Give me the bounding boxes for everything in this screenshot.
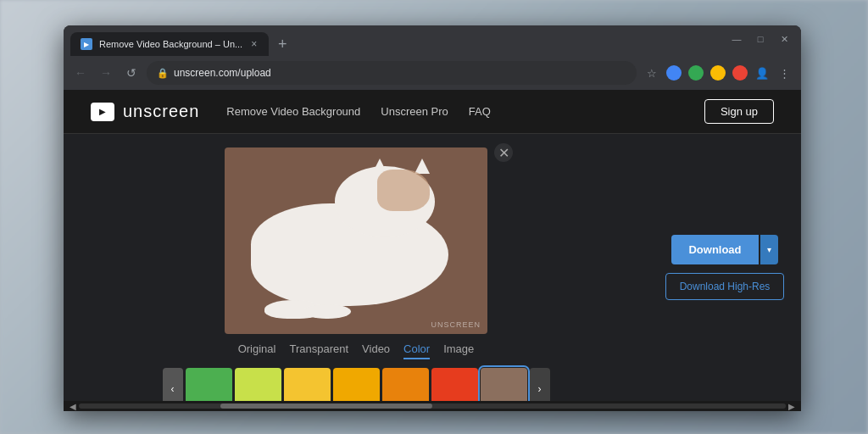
tab-favicon: ▶: [81, 38, 92, 50]
main-area: UNSCREEN ✕ Original Transparent Video Co…: [64, 134, 801, 401]
swatch-next-button[interactable]: ›: [530, 368, 550, 401]
scroll-right-button[interactable]: ▶: [786, 402, 798, 411]
browser-window: ▶ Remove Video Background – Un... × + — …: [64, 25, 801, 411]
profile-button[interactable]: 👤: [752, 63, 772, 83]
close-window-button[interactable]: ✕: [774, 32, 794, 46]
tab-close-button[interactable]: ×: [249, 37, 259, 51]
menu-button[interactable]: ⋮: [774, 63, 794, 83]
signup-button[interactable]: Sign up: [704, 99, 774, 124]
tab-bar: ▶ Remove Video Background – Un... × + — …: [64, 25, 801, 56]
back-button[interactable]: ←: [70, 63, 91, 83]
browser-chrome: ▶ Remove Video Background – Un... × + — …: [64, 25, 801, 90]
extension-icon-yellow[interactable]: [708, 63, 728, 83]
nav-link-remove-video-bg[interactable]: Remove Video Background: [226, 105, 360, 118]
maximize-button[interactable]: □: [750, 32, 771, 46]
logo[interactable]: unscreen: [91, 102, 199, 121]
download-hires-button[interactable]: Download High-Res: [665, 273, 785, 300]
window-controls: — □ ✕: [726, 32, 794, 46]
extension-icon-red[interactable]: [730, 63, 750, 83]
address-bar: ← → ↺ 🔒 unscreen.com/upload ☆: [64, 56, 801, 90]
tab-original[interactable]: Original: [238, 342, 276, 359]
download-button[interactable]: Download: [671, 235, 758, 264]
tab-image[interactable]: Image: [443, 342, 474, 359]
swatch-orange[interactable]: Orange: [431, 368, 478, 401]
forward-button: →: [96, 63, 116, 83]
view-tabs: Original Transparent Video Color Image: [238, 342, 475, 359]
video-preview: UNSCREEN: [225, 147, 487, 334]
address-input[interactable]: 🔒 unscreen.com/upload: [147, 61, 637, 85]
content-left: UNSCREEN ✕ Original Transparent Video Co…: [64, 134, 648, 401]
scrollbar-track[interactable]: [79, 403, 786, 409]
color-swatches: ‹ en Screen Pear: [163, 368, 550, 401]
close-preview-button[interactable]: ✕: [494, 143, 513, 162]
scrollbar-area: ◀ ▶: [64, 401, 801, 411]
cat-patch: [377, 170, 430, 210]
refresh-button[interactable]: ↺: [121, 63, 142, 83]
scrollbar-thumb[interactable]: [220, 403, 432, 409]
swatch-gorze[interactable]: Gorze: [284, 368, 331, 401]
lock-icon: 🔒: [157, 68, 169, 79]
extension-icon-blue[interactable]: [664, 63, 684, 83]
download-button-group: Download ▾: [671, 235, 777, 264]
logo-icon: [91, 103, 114, 121]
tab-color[interactable]: Color: [403, 342, 430, 359]
nav-link-faq[interactable]: FAQ: [469, 105, 491, 118]
cat-paw2: [303, 304, 351, 320]
tab-video[interactable]: Video: [362, 342, 390, 359]
tab-transparent[interactable]: Transparent: [289, 342, 348, 359]
swatch-amber[interactable]: Amber: [333, 368, 380, 401]
logo-text: unscreen: [123, 102, 199, 121]
navbar: unscreen Remove Video Background Unscree…: [64, 90, 801, 134]
swatch-pear[interactable]: Pear: [235, 368, 281, 401]
swatch-prev-button[interactable]: ‹: [163, 368, 183, 401]
right-panel: Download ▾ Download High-Res: [648, 134, 801, 401]
page-content: unscreen Remove Video Background Unscree…: [64, 90, 801, 411]
scroll-left-button[interactable]: ◀: [67, 402, 79, 411]
swatch-roman-coffee[interactable]: Roman Coffee: [481, 368, 527, 401]
download-dropdown-button[interactable]: ▾: [760, 235, 778, 264]
active-tab[interactable]: ▶ Remove Video Background – Un... ×: [70, 32, 269, 56]
nav-link-unscreen-pro[interactable]: Unscreen Pro: [381, 105, 448, 118]
minimize-button[interactable]: —: [726, 32, 747, 46]
swatch-orange-peel[interactable]: Orange Peel: [382, 368, 429, 401]
browser-actions: ☆ 👤 ⋮: [642, 63, 794, 83]
video-watermark: UNSCREEN: [431, 320, 481, 329]
star-button[interactable]: ☆: [642, 63, 662, 83]
new-tab-button[interactable]: +: [270, 32, 294, 56]
tab-title: Remove Video Background – Un...: [99, 39, 242, 49]
video-preview-container: UNSCREEN ✕: [225, 147, 487, 334]
nav-links: Remove Video Background Unscreen Pro FAQ: [226, 105, 677, 118]
address-text: unscreen.com/upload: [174, 67, 626, 79]
swatch-green-screen[interactable]: en Screen: [186, 368, 232, 401]
extension-icon-green[interactable]: [686, 63, 706, 83]
